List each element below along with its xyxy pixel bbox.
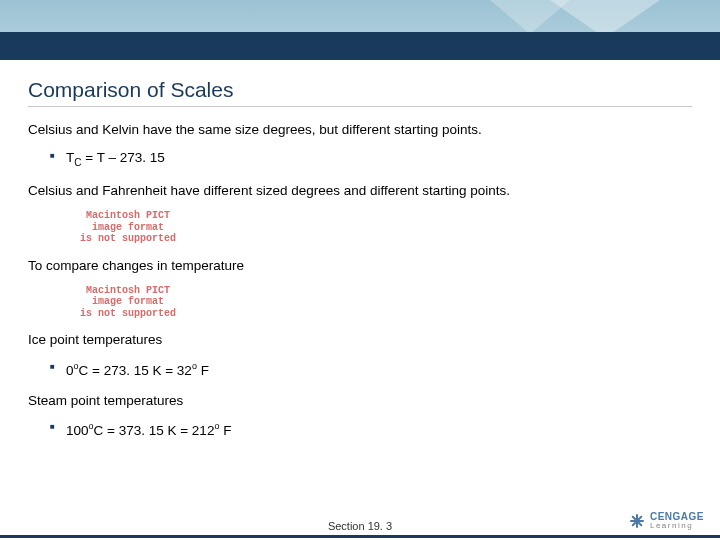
footer-section-label: Section 19. 3 <box>0 520 720 532</box>
paragraph: Steam point temperatures <box>28 392 692 410</box>
paragraph: Ice point temperatures <box>28 331 692 349</box>
equation-text: C = 373. 15 K = 212 <box>94 423 215 438</box>
pict-line: Macintosh PICT <box>58 210 198 222</box>
footer-line <box>0 535 720 538</box>
bullet-list: 0oC = 273. 15 K = 32o F <box>50 360 692 380</box>
slide-title: Comparison of Scales <box>28 78 692 102</box>
title-underline <box>28 106 692 107</box>
pict-line: image format <box>58 222 198 234</box>
pict-placeholder: Macintosh PICT image format is not suppo… <box>58 210 198 245</box>
header-triangle-decor <box>490 0 570 34</box>
header-band <box>0 0 720 60</box>
pict-line: image format <box>58 296 198 308</box>
cengage-logo: CENGAGE Learning <box>628 512 704 530</box>
logo-text: CENGAGE Learning <box>650 512 704 530</box>
equation-text: 0 <box>66 362 74 377</box>
bullet-item: TC = T – 273. 15 <box>50 149 692 170</box>
logo-tagline: Learning <box>650 522 704 530</box>
equation-text: F <box>219 423 231 438</box>
paragraph: Celsius and Kelvin have the same size de… <box>28 121 692 139</box>
paragraph: Celsius and Fahrenheit have different si… <box>28 182 692 200</box>
equation-text: C = 273. 15 K = 32 <box>79 362 192 377</box>
logo-burst-icon <box>628 512 646 530</box>
bullet-item: 100oC = 373. 15 K = 212o F <box>50 420 692 440</box>
pict-placeholder: Macintosh PICT image format is not suppo… <box>58 285 198 320</box>
equation-text: 100 <box>66 423 89 438</box>
bullet-list: TC = T – 273. 15 <box>50 149 692 170</box>
equation-text: F <box>197 362 209 377</box>
equation-text: = T – 273. 15 <box>81 150 164 165</box>
slide-content: Comparison of Scales Celsius and Kelvin … <box>0 60 720 441</box>
bullet-item: 0oC = 273. 15 K = 32o F <box>50 360 692 380</box>
pict-line: Macintosh PICT <box>58 285 198 297</box>
bullet-list: 100oC = 373. 15 K = 212o F <box>50 420 692 440</box>
equation-text: T <box>66 150 74 165</box>
pict-line: is not supported <box>58 308 198 320</box>
paragraph: To compare changes in temperature <box>28 257 692 275</box>
pict-line: is not supported <box>58 233 198 245</box>
